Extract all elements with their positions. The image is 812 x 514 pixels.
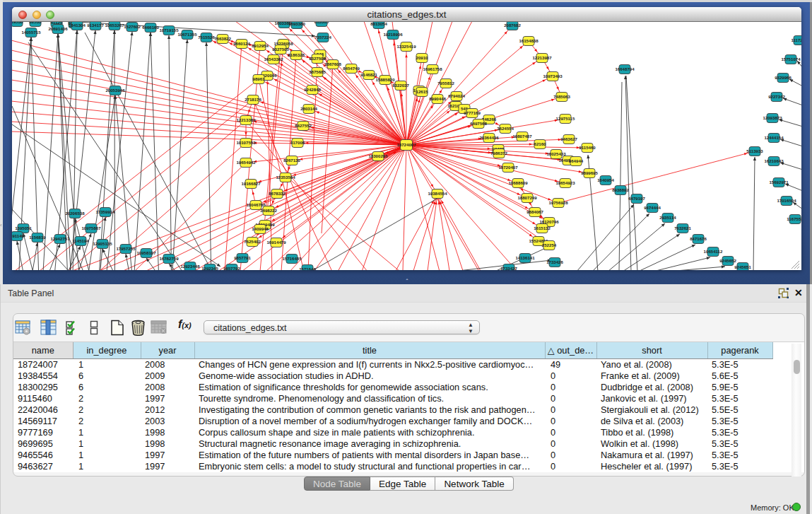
svg-text:19384554: 19384554 (428, 191, 447, 196)
svg-text:3624554: 3624554 (497, 126, 514, 131)
svg-text:2867608: 2867608 (324, 62, 341, 66)
svg-text:9327505: 9327505 (272, 47, 289, 52)
svg-text:1640954: 1640954 (597, 177, 614, 182)
svg-text:15751074: 15751074 (781, 57, 801, 62)
svg-text:20691406: 20691406 (48, 26, 68, 31)
svg-text:19654923: 19654923 (555, 180, 575, 185)
svg-text:6479197: 6479197 (628, 196, 645, 201)
svg-text:10688609: 10688609 (508, 180, 528, 185)
svg-text:1167553: 1167553 (787, 216, 801, 221)
svg-text:14055715: 14055715 (21, 30, 41, 35)
svg-text:18724007: 18724007 (396, 142, 416, 147)
svg-text:1156819: 1156819 (29, 235, 46, 240)
svg-text:1733426: 1733426 (546, 259, 563, 264)
svg-text:12615: 12615 (416, 89, 429, 94)
svg-text:15716485: 15716485 (282, 256, 302, 261)
svg-text:7632621: 7632621 (674, 226, 691, 230)
svg-text:1409948: 1409948 (252, 226, 269, 231)
svg-text:9146821: 9146821 (360, 72, 377, 77)
svg-text:10719155: 10719155 (159, 28, 179, 33)
svg-text:8322037: 8322037 (392, 83, 409, 88)
svg-text:7986372: 7986372 (490, 151, 507, 156)
svg-text:1117203: 1117203 (791, 37, 801, 42)
svg-text:7625402: 7625402 (244, 239, 261, 244)
svg-text:20206538: 20206538 (65, 211, 85, 216)
svg-text:17359914: 17359914 (95, 209, 115, 214)
svg-text:1527602: 1527602 (124, 24, 141, 29)
svg-text:7955812: 7955812 (437, 81, 454, 86)
svg-text:7485063: 7485063 (553, 94, 570, 99)
svg-text:16961758: 16961758 (423, 66, 442, 71)
svg-text:20364436: 20364436 (479, 135, 499, 140)
svg-text:12923448: 12923448 (180, 264, 200, 269)
svg-text:9242848: 9242848 (304, 87, 321, 92)
svg-text:8454749: 8454749 (343, 66, 360, 71)
svg-text:12353594: 12353594 (276, 175, 295, 180)
svg-text:1145194: 1145194 (72, 238, 89, 243)
svg-text:13325419: 13325419 (396, 44, 416, 49)
svg-text:9115460: 9115460 (579, 145, 596, 150)
svg-text:98961: 98961 (253, 76, 266, 81)
svg-text:16154838: 16154838 (519, 38, 539, 43)
svg-text:2803144: 2803144 (300, 106, 317, 111)
svg-text:5113933: 5113933 (746, 148, 763, 153)
svg-text:7515526: 7515526 (198, 35, 215, 40)
svg-text:19538: 19538 (12, 22, 23, 24)
svg-text:16914479: 16914479 (266, 240, 286, 245)
svg-text:19654942: 19654942 (236, 160, 256, 165)
svg-text:9660124: 9660124 (233, 41, 250, 46)
svg-text:10654112: 10654112 (704, 249, 723, 254)
svg-text:18300295: 18300295 (368, 153, 388, 158)
svg-text:9899695: 9899695 (581, 170, 598, 175)
svg-text:252254: 252254 (542, 243, 557, 247)
svg-text:12975115: 12975115 (556, 116, 575, 121)
svg-text:15720407: 15720407 (498, 165, 518, 170)
svg-text:20053946: 20053946 (105, 88, 125, 93)
svg-text:7663822: 7663822 (214, 36, 231, 41)
svg-text:6466160: 6466160 (142, 25, 159, 30)
svg-text:16543362: 16543362 (264, 57, 283, 62)
svg-text:9474444: 9474444 (644, 205, 661, 210)
svg-text:12905135: 12905135 (93, 241, 112, 246)
svg-text:9327508: 9327508 (309, 56, 326, 61)
svg-text:1733427: 1733427 (500, 266, 517, 270)
svg-text:12213987: 12213987 (532, 55, 552, 60)
svg-text:8427552: 8427552 (295, 123, 312, 128)
svg-text:2935114: 2935114 (659, 215, 676, 220)
svg-text:964944: 964944 (569, 158, 584, 163)
svg-text:6794024: 6794024 (448, 93, 465, 98)
svg-text:9134177: 9134177 (87, 23, 104, 28)
svg-text:9227342: 9227342 (768, 94, 785, 99)
svg-text:8186328: 8186328 (288, 52, 305, 57)
svg-text:10107553: 10107553 (236, 140, 256, 145)
svg-text:6497568: 6497568 (470, 121, 487, 126)
svg-text:9777169: 9777169 (464, 110, 481, 115)
svg-text:62160: 62160 (534, 141, 547, 146)
svg-text:9245652: 9245652 (719, 258, 736, 263)
svg-text:9463627: 9463627 (560, 136, 577, 141)
svg-text:10807487: 10807487 (512, 134, 532, 139)
svg-text:3498222: 3498222 (260, 208, 277, 213)
svg-text:2718176: 2718176 (245, 97, 261, 102)
svg-text:3875685: 3875685 (309, 69, 326, 74)
svg-text:17016504: 17016504 (777, 198, 796, 203)
svg-text:1693380: 1693380 (288, 22, 305, 26)
svg-text:8267130: 8267130 (283, 158, 300, 163)
svg-text:10975867: 10975867 (81, 226, 101, 230)
svg-text:1571648: 1571648 (299, 267, 316, 270)
svg-text:16648794: 16648794 (615, 66, 635, 71)
svg-text:12093873: 12093873 (763, 115, 782, 120)
svg-text:19218906: 19218906 (383, 32, 403, 37)
svg-text:8471676: 8471676 (690, 236, 707, 241)
svg-text:12444154: 12444154 (764, 135, 784, 140)
svg-text:8678332: 8678332 (269, 191, 286, 196)
svg-text:813305: 813305 (314, 22, 329, 24)
svg-text:15885820: 15885820 (375, 77, 395, 82)
svg-text:9329966: 9329966 (775, 75, 792, 80)
svg-text:12213369: 12213369 (236, 117, 256, 122)
svg-text:8813054: 8813054 (370, 22, 387, 26)
svg-text:9857791: 9857791 (234, 255, 251, 260)
svg-text:1615132: 1615132 (534, 226, 551, 230)
svg-text:417006: 417006 (290, 140, 305, 145)
svg-text:9857792: 9857792 (223, 266, 240, 270)
